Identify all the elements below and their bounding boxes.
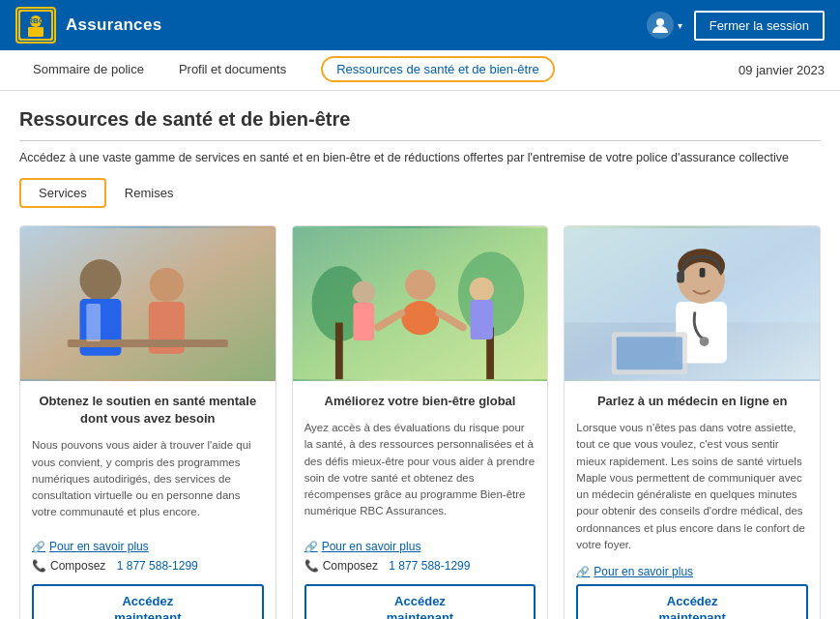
header-left: RBC Assurances: [15, 7, 161, 44]
svg-rect-11: [86, 304, 101, 341]
svg-rect-33: [617, 337, 682, 369]
card-wellness: Améliorez votre bien-être global Ayez ac…: [292, 225, 549, 619]
svg-point-21: [352, 281, 374, 304]
card-title-3: Parlez à un médecin en ligne en: [576, 393, 808, 410]
nav-bar: Sommaire de police Profil et documents R…: [0, 50, 840, 91]
phone-icon-1: 📞: [32, 559, 46, 573]
svg-rect-34: [678, 272, 685, 283]
card-image-1: [20, 226, 275, 381]
svg-rect-35: [700, 268, 706, 278]
svg-point-29: [700, 337, 710, 346]
svg-rect-24: [470, 300, 492, 339]
external-link-icon-3: 🔗: [576, 566, 590, 578]
phone-icon-2: 📞: [304, 559, 319, 573]
rbc-logo: RBC: [15, 7, 56, 44]
svg-text:RBC: RBC: [27, 16, 44, 25]
svg-point-18: [401, 301, 439, 335]
main-content: Ressources de santé et de bien-être Accé…: [0, 91, 840, 619]
svg-point-8: [150, 268, 184, 302]
cards-grid: Obtenez le soutien en santé mentale dont…: [19, 225, 821, 619]
card-link-1[interactable]: 🔗 Pour en savoir plus: [32, 540, 264, 553]
header-right: ▾ Fermer la session: [647, 11, 825, 41]
content-tabs: Services Remises: [19, 178, 821, 208]
page-subtitle: Accédez à une vaste gamme de services en…: [19, 151, 821, 164]
external-link-icon-1: 🔗: [32, 541, 45, 553]
user-menu[interactable]: ▾: [647, 12, 682, 39]
user-avatar-icon: [647, 12, 674, 39]
logout-button[interactable]: Fermer la session: [694, 11, 825, 41]
page-title: Ressources de santé et de bien-être: [19, 108, 821, 141]
rbc-logo-svg: RBC: [20, 12, 51, 39]
nav-date: 09 janvier 2023: [739, 63, 825, 77]
svg-rect-2: [28, 27, 43, 37]
card-virtual-doctor: Parlez à un médecin en ligne en Lorsque …: [564, 225, 821, 619]
app-title: Assurances: [66, 15, 161, 35]
card-cta-3[interactable]: Accédezmaintenant: [576, 584, 808, 619]
card-cta-1[interactable]: Accédezmaintenant: [32, 584, 264, 619]
rbc-logo-inner: RBC: [18, 10, 53, 41]
card-cta-2[interactable]: Accédezmaintenant: [304, 584, 536, 619]
svg-rect-15: [335, 323, 343, 380]
svg-rect-5: [20, 228, 275, 379]
card-body-3: Parlez à un médecin en ligne en Lorsque …: [565, 381, 820, 619]
card-phone-1: 📞 Composez 1 877 588-1299: [32, 559, 264, 573]
phone-link-2[interactable]: 1 877 588-1299: [389, 559, 470, 573]
tab-remises[interactable]: Remises: [106, 179, 192, 207]
svg-point-4: [656, 18, 664, 26]
card-link-3[interactable]: 🔗 Pour en savoir plus: [576, 565, 808, 578]
svg-point-6: [80, 259, 122, 301]
nav-tab-ressources[interactable]: Ressources de santé et de bien-être: [304, 50, 572, 90]
card-text-3: Lorsque vous n'êtes pas dans votre assie…: [576, 420, 808, 553]
card-title-2: Améliorez votre bien-être global: [304, 393, 536, 410]
user-chevron-icon: ▾: [678, 20, 682, 31]
card-image-3: [565, 226, 820, 381]
card-body-2: Améliorez votre bien-être global Ayez ac…: [293, 381, 548, 619]
app-header: RBC Assurances ▾ Fermer la session: [0, 0, 840, 50]
svg-rect-22: [353, 303, 373, 340]
card-mental-health: Obtenez le soutien en santé mentale dont…: [19, 225, 276, 619]
nav-tab-sommaire[interactable]: Sommaire de police: [15, 50, 161, 90]
svg-point-23: [469, 278, 493, 302]
card-title-1: Obtenez le soutien en santé mentale dont…: [32, 393, 264, 427]
card-image-2: [293, 226, 548, 381]
phone-link-1[interactable]: 1 877 588-1299: [117, 559, 198, 573]
card-link-2[interactable]: 🔗 Pour en savoir plus: [304, 540, 536, 553]
card-body-1: Obtenez le soutien en santé mentale dont…: [20, 381, 275, 619]
card-text-2: Ayez accès à des évaluations du risque p…: [304, 420, 536, 528]
nav-tabs: Sommaire de police Profil et documents R…: [15, 50, 572, 90]
card-text-1: Nous pouvons vous aider à trouver l'aide…: [32, 437, 264, 528]
card-phone-2: 📞 Composez 1 877 588-1299: [304, 559, 536, 573]
svg-point-17: [405, 270, 435, 300]
nav-tab-profil[interactable]: Profil et documents: [161, 50, 304, 90]
tab-services[interactable]: Services: [19, 178, 106, 208]
external-link-icon-2: 🔗: [304, 541, 318, 553]
